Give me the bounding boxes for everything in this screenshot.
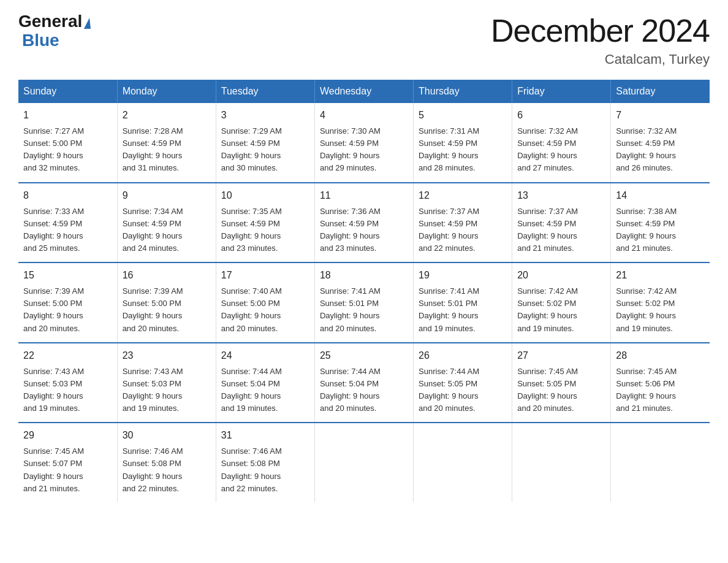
day-info: Sunrise: 7:42 AMSunset: 5:02 PMDaylight:… — [517, 285, 605, 335]
calendar-cell: 17Sunrise: 7:40 AMSunset: 5:00 PMDayligh… — [216, 262, 314, 343]
day-number: 15 — [23, 268, 112, 283]
day-info: Sunrise: 7:37 AMSunset: 4:59 PMDaylight:… — [517, 205, 605, 255]
day-info: Sunrise: 7:30 AMSunset: 4:59 PMDaylight:… — [320, 125, 408, 175]
day-info: Sunrise: 7:46 AMSunset: 5:08 PMDaylight:… — [221, 445, 309, 495]
calendar-cell: 11Sunrise: 7:36 AMSunset: 4:59 PMDayligh… — [314, 183, 413, 263]
day-number: 26 — [419, 348, 507, 363]
day-number: 17 — [221, 268, 309, 283]
calendar-cell: 22Sunrise: 7:43 AMSunset: 5:03 PMDayligh… — [18, 343, 117, 423]
day-number: 6 — [517, 108, 605, 123]
calendar-cell: 1Sunrise: 7:27 AMSunset: 5:00 PMDaylight… — [18, 103, 117, 183]
calendar-cell: 10Sunrise: 7:35 AMSunset: 4:59 PMDayligh… — [216, 183, 314, 263]
calendar-cell: 2Sunrise: 7:28 AMSunset: 4:59 PMDaylight… — [117, 103, 216, 183]
day-info: Sunrise: 7:37 AMSunset: 4:59 PMDaylight:… — [419, 205, 507, 255]
col-thursday: Thursday — [414, 80, 512, 103]
day-number: 2 — [123, 108, 211, 123]
calendar-cell: 9Sunrise: 7:34 AMSunset: 4:59 PMDaylight… — [117, 183, 216, 263]
day-number: 5 — [419, 108, 507, 123]
day-info: Sunrise: 7:42 AMSunset: 5:02 PMDaylight:… — [616, 285, 705, 335]
day-number: 29 — [23, 428, 112, 443]
day-number: 10 — [221, 188, 309, 203]
logo-blue-text: Blue — [22, 31, 59, 50]
day-number: 31 — [221, 428, 309, 443]
day-info: Sunrise: 7:27 AMSunset: 5:00 PMDaylight:… — [23, 125, 112, 175]
day-info: Sunrise: 7:45 AMSunset: 5:06 PMDaylight:… — [616, 366, 705, 415]
location-label: Catalcam, Turkey — [491, 52, 710, 67]
logo-bottom: Blue — [18, 31, 91, 50]
calendar-week-4: 22Sunrise: 7:43 AMSunset: 5:03 PMDayligh… — [18, 343, 710, 423]
calendar-cell: 25Sunrise: 7:44 AMSunset: 5:04 PMDayligh… — [314, 343, 413, 423]
day-info: Sunrise: 7:41 AMSunset: 5:01 PMDaylight:… — [419, 285, 507, 335]
col-monday: Monday — [117, 80, 216, 103]
day-number: 16 — [123, 268, 211, 283]
calendar-cell: 27Sunrise: 7:45 AMSunset: 5:05 PMDayligh… — [512, 343, 611, 423]
day-number: 4 — [320, 108, 408, 123]
calendar-week-1: 1Sunrise: 7:27 AMSunset: 5:00 PMDaylight… — [18, 103, 710, 183]
calendar-week-3: 15Sunrise: 7:39 AMSunset: 5:00 PMDayligh… — [18, 262, 710, 343]
col-friday: Friday — [512, 80, 611, 103]
calendar-cell: 13Sunrise: 7:37 AMSunset: 4:59 PMDayligh… — [512, 183, 611, 263]
calendar-cell: 5Sunrise: 7:31 AMSunset: 4:59 PMDaylight… — [414, 103, 512, 183]
month-title: December 2024 — [491, 12, 710, 49]
day-info: Sunrise: 7:40 AMSunset: 5:00 PMDaylight:… — [221, 285, 309, 335]
calendar-cell: 4Sunrise: 7:30 AMSunset: 4:59 PMDaylight… — [314, 103, 413, 183]
calendar-cell: 24Sunrise: 7:44 AMSunset: 5:04 PMDayligh… — [216, 343, 314, 423]
day-info: Sunrise: 7:44 AMSunset: 5:05 PMDaylight:… — [419, 366, 507, 415]
calendar-cell — [512, 423, 611, 502]
calendar-cell: 20Sunrise: 7:42 AMSunset: 5:02 PMDayligh… — [512, 262, 611, 343]
day-info: Sunrise: 7:28 AMSunset: 4:59 PMDaylight:… — [123, 125, 211, 175]
day-number: 3 — [221, 108, 309, 123]
day-info: Sunrise: 7:38 AMSunset: 4:59 PMDaylight:… — [616, 205, 705, 255]
day-number: 27 — [517, 348, 605, 363]
calendar-cell: 23Sunrise: 7:43 AMSunset: 5:03 PMDayligh… — [117, 343, 216, 423]
logo-top: General — [18, 12, 91, 31]
day-number: 28 — [616, 348, 705, 363]
day-number: 23 — [123, 348, 211, 363]
col-sunday: Sunday — [18, 80, 117, 103]
day-info: Sunrise: 7:35 AMSunset: 4:59 PMDaylight:… — [221, 205, 309, 255]
calendar-cell: 14Sunrise: 7:38 AMSunset: 4:59 PMDayligh… — [611, 183, 710, 263]
day-number: 7 — [616, 108, 705, 123]
day-info: Sunrise: 7:34 AMSunset: 4:59 PMDaylight:… — [123, 205, 211, 255]
calendar-cell — [414, 423, 512, 502]
day-number: 9 — [123, 188, 211, 203]
calendar-cell: 19Sunrise: 7:41 AMSunset: 5:01 PMDayligh… — [414, 262, 512, 343]
day-number: 21 — [616, 268, 705, 283]
calendar-cell: 7Sunrise: 7:32 AMSunset: 4:59 PMDaylight… — [611, 103, 710, 183]
calendar-cell — [611, 423, 710, 502]
calendar-cell: 12Sunrise: 7:37 AMSunset: 4:59 PMDayligh… — [414, 183, 512, 263]
calendar-cell: 30Sunrise: 7:46 AMSunset: 5:08 PMDayligh… — [117, 423, 216, 502]
day-info: Sunrise: 7:43 AMSunset: 5:03 PMDaylight:… — [23, 366, 112, 415]
col-tuesday: Tuesday — [216, 80, 314, 103]
day-info: Sunrise: 7:39 AMSunset: 5:00 PMDaylight:… — [23, 285, 112, 335]
logo-triangle-icon — [84, 18, 91, 29]
day-number: 22 — [23, 348, 112, 363]
day-info: Sunrise: 7:31 AMSunset: 4:59 PMDaylight:… — [419, 125, 507, 175]
day-info: Sunrise: 7:45 AMSunset: 5:05 PMDaylight:… — [517, 366, 605, 415]
day-number: 19 — [419, 268, 507, 283]
calendar-cell: 16Sunrise: 7:39 AMSunset: 5:00 PMDayligh… — [117, 262, 216, 343]
day-number: 20 — [517, 268, 605, 283]
day-number: 14 — [616, 188, 705, 203]
day-info: Sunrise: 7:36 AMSunset: 4:59 PMDaylight:… — [320, 205, 408, 255]
calendar-cell: 26Sunrise: 7:44 AMSunset: 5:05 PMDayligh… — [414, 343, 512, 423]
day-number: 18 — [320, 268, 408, 283]
day-info: Sunrise: 7:32 AMSunset: 4:59 PMDaylight:… — [517, 125, 605, 175]
day-number: 25 — [320, 348, 408, 363]
page-header: General Blue December 2024 Catalcam, Tur… — [18, 12, 710, 67]
day-number: 13 — [517, 188, 605, 203]
day-info: Sunrise: 7:44 AMSunset: 5:04 PMDaylight:… — [320, 366, 408, 415]
day-number: 24 — [221, 348, 309, 363]
logo-general-text: General — [18, 12, 82, 31]
day-info: Sunrise: 7:46 AMSunset: 5:08 PMDaylight:… — [123, 445, 211, 495]
calendar-cell: 8Sunrise: 7:33 AMSunset: 4:59 PMDaylight… — [18, 183, 117, 263]
calendar-week-5: 29Sunrise: 7:45 AMSunset: 5:07 PMDayligh… — [18, 423, 710, 502]
day-info: Sunrise: 7:45 AMSunset: 5:07 PMDaylight:… — [23, 445, 112, 495]
calendar-cell: 31Sunrise: 7:46 AMSunset: 5:08 PMDayligh… — [216, 423, 314, 502]
calendar-cell: 18Sunrise: 7:41 AMSunset: 5:01 PMDayligh… — [314, 262, 413, 343]
day-number: 30 — [123, 428, 211, 443]
calendar-cell: 15Sunrise: 7:39 AMSunset: 5:00 PMDayligh… — [18, 262, 117, 343]
day-info: Sunrise: 7:43 AMSunset: 5:03 PMDaylight:… — [123, 366, 211, 415]
day-info: Sunrise: 7:44 AMSunset: 5:04 PMDaylight:… — [221, 366, 309, 415]
logo: General Blue — [18, 12, 91, 50]
